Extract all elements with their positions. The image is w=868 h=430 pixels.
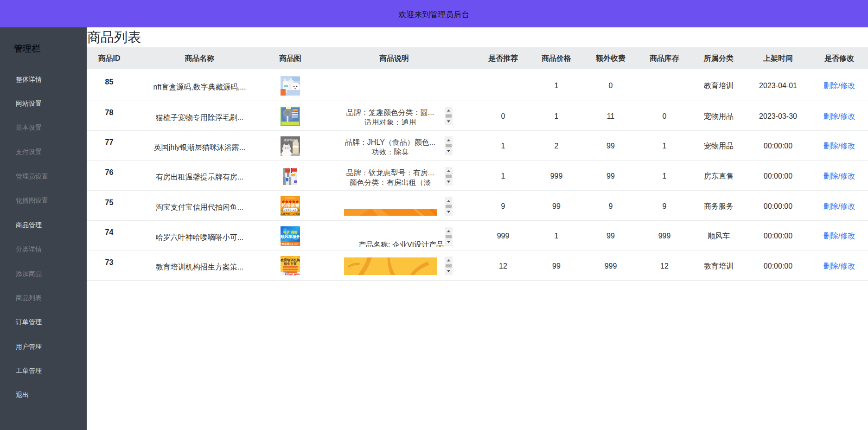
svg-text:哈罗 滴答: 哈罗 滴答 <box>283 230 298 234</box>
svg-text:政策分析 精细市场: 政策分析 精细市场 <box>284 273 300 276</box>
svg-text:顺风车服务: 顺风车服务 <box>281 234 300 239</box>
svg-text:教育培训机构: 教育培训机构 <box>281 258 300 262</box>
svg-text:全天在线: 全天在线 <box>281 243 290 245</box>
svg-text:招生方案: 招生方案 <box>283 262 297 266</box>
svg-text:邦邦信誉: 邦邦信誉 <box>281 203 300 208</box>
svg-text:刻意 噌计: 刻意 噌计 <box>289 243 299 245</box>
svg-text:诚心做产品 一心为成交: 诚心做产品 一心为成交 <box>281 212 300 216</box>
